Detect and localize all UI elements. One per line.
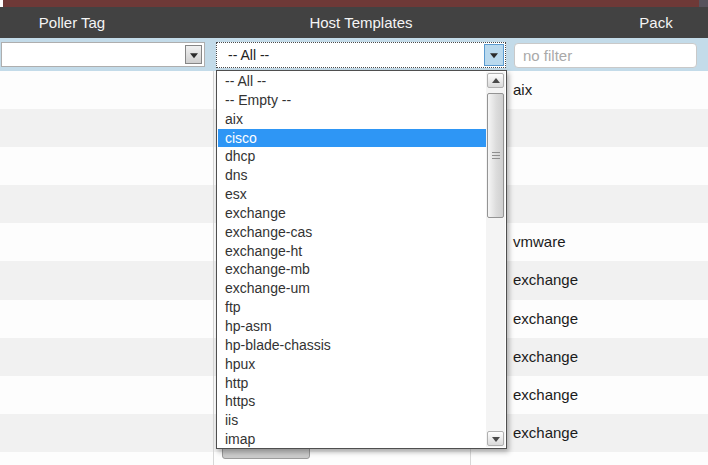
top-accent-bar-main xyxy=(3,0,699,7)
dropdown-option[interactable]: esx xyxy=(218,185,486,204)
host-list-screen: Poller Tag Host Templates Pack -- All --… xyxy=(0,0,708,465)
pack-filter-input[interactable] xyxy=(514,43,697,68)
dropdown-option[interactable]: exchange-cas xyxy=(218,223,486,242)
host-templates-filter-value: -- All -- xyxy=(228,43,269,67)
dropdown-option[interactable]: exchange xyxy=(218,204,486,223)
dropdown-options: -- All ---- Empty --aixciscodhcpdnsesxex… xyxy=(218,72,486,447)
host-templates-select-arrow-button[interactable] xyxy=(484,44,504,66)
dropdown-option[interactable]: http xyxy=(218,374,486,393)
dropdown-option[interactable]: hp-blade-chassis xyxy=(218,336,486,355)
poller-tag-select-arrow-button[interactable] xyxy=(185,45,202,64)
chevron-down-icon xyxy=(490,53,498,58)
dropdown-option[interactable]: exchange-um xyxy=(218,279,486,298)
dropdown-option[interactable]: cisco xyxy=(218,129,486,148)
dropdown-option[interactable]: exchange-mb xyxy=(218,260,486,279)
top-accent-bar xyxy=(0,0,708,7)
scrollbar-thumb[interactable] xyxy=(487,93,504,218)
dropdown-option[interactable]: ftp xyxy=(218,298,486,317)
column-divider-1 xyxy=(213,71,214,465)
host-templates-dropdown-list: -- All ---- Empty --aixciscodhcpdnsesxex… xyxy=(216,70,507,449)
column-header-poller-tag: Poller Tag xyxy=(39,7,105,38)
arrow-down-icon xyxy=(492,437,500,442)
dropdown-option[interactable]: https xyxy=(218,392,486,411)
table-row xyxy=(0,452,708,465)
scrollbar-grip-icon xyxy=(492,152,500,160)
dropdown-option[interactable]: hp-asm xyxy=(218,317,486,336)
dropdown-option[interactable]: dns xyxy=(218,166,486,185)
dropdown-scrollbar[interactable] xyxy=(486,72,505,447)
dropdown-option[interactable]: -- Empty -- xyxy=(218,91,486,110)
filter-row: -- All -- xyxy=(0,38,708,71)
arrow-up-icon xyxy=(492,78,500,83)
dropdown-option[interactable]: dhcp xyxy=(218,147,486,166)
column-header-host-templates: Host Templates xyxy=(309,7,412,38)
top-accent-bar-end xyxy=(699,0,708,7)
chevron-down-icon xyxy=(190,53,198,58)
dropdown-option[interactable]: exchange-ht xyxy=(218,242,486,261)
dropdown-option[interactable]: iis xyxy=(218,411,486,430)
dropdown-option[interactable]: hpux xyxy=(218,355,486,374)
poller-tag-filter-select[interactable] xyxy=(1,42,205,67)
dropdown-option[interactable]: aix xyxy=(218,110,486,129)
dropdown-option[interactable]: -- All -- xyxy=(218,72,486,91)
host-templates-filter-select[interactable]: -- All -- xyxy=(216,42,506,68)
dropdown-option[interactable]: imap xyxy=(218,430,486,447)
scrollbar-up-button[interactable] xyxy=(487,73,504,88)
scrollbar-down-button[interactable] xyxy=(487,431,504,446)
column-header-pack: Pack xyxy=(639,7,672,38)
table-header-row: Poller Tag Host Templates Pack xyxy=(0,7,708,38)
